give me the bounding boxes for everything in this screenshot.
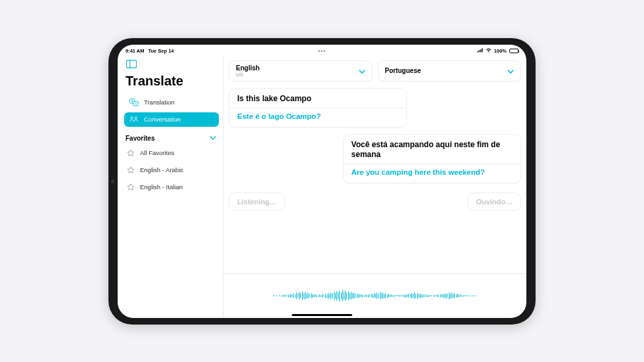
main-content: English US Portuguese Is this la: [223, 57, 526, 318]
chevron-down-icon: [210, 135, 216, 142]
waveform-icon: [273, 288, 476, 303]
conversation-bubble[interactable]: Você está acampando aqui neste fim de se…: [343, 134, 521, 183]
star-icon: [127, 183, 135, 191]
bubble-original: Você está acampando aqui neste fim de se…: [352, 140, 513, 160]
multitask-dots-icon[interactable]: •••: [318, 48, 326, 55]
conversation-bubble[interactable]: Is this lake Ocampo Este é o lago Ocampo…: [229, 88, 407, 127]
sidebar-item-conversation[interactable]: Conversation: [124, 112, 219, 127]
source-language-selector[interactable]: English US: [229, 60, 373, 81]
app-title: Translate: [126, 74, 219, 89]
star-icon: [127, 149, 135, 157]
conversation-icon: [129, 116, 139, 124]
status-bar: 9:41 AM Tue Sep 14 ••• 100%: [118, 45, 526, 57]
favorite-label: English - Italian: [140, 183, 183, 191]
chevron-down-icon: [359, 65, 365, 77]
camera-dot: [111, 179, 114, 183]
svg-rect-0: [126, 60, 136, 68]
wifi-icon: [486, 48, 492, 54]
favorite-item[interactable]: All Favorites: [124, 146, 219, 160]
source-language-name: English: [236, 64, 260, 72]
bubble-divider: [344, 164, 520, 164]
chevron-down-icon: [507, 65, 514, 77]
listening-indicator-right: Ouvindo…: [467, 192, 521, 211]
favorite-item[interactable]: English - Arabic: [124, 163, 219, 177]
sidebar-toggle-icon[interactable]: [126, 59, 137, 70]
ipad-frame: 9:41 AM Tue Sep 14 ••• 100% Transla: [108, 38, 536, 325]
sidebar-item-label: Translation: [144, 99, 175, 106]
home-indicator[interactable]: [292, 314, 352, 316]
svg-point-6: [131, 116, 133, 118]
waveform-area: [223, 273, 526, 318]
status-time: 9:41 AM: [126, 48, 144, 54]
sidebar-item-translation[interactable]: A文 Translation: [124, 95, 219, 110]
signal-icon: [477, 48, 483, 54]
sidebar: Translate A文 Translation Conversation Fa…: [118, 57, 223, 318]
target-language-selector[interactable]: Portuguese: [378, 60, 522, 81]
battery-percent: 100%: [494, 48, 507, 54]
target-language-name: Portuguese: [385, 67, 421, 74]
listening-indicator-left: Listening…: [229, 192, 285, 211]
favorites-title: Favorites: [126, 135, 154, 142]
sidebar-item-label: Conversation: [144, 116, 181, 123]
svg-text:文: 文: [135, 102, 137, 105]
bubble-translated: Are you camping here this weekend?: [352, 168, 513, 177]
status-date: Tue Sep 14: [148, 48, 173, 54]
favorite-label: All Favorites: [140, 149, 174, 156]
screen: 9:41 AM Tue Sep 14 ••• 100% Transla: [118, 45, 526, 318]
svg-point-7: [135, 116, 137, 118]
bubble-original: Is this lake Ocampo: [237, 94, 398, 104]
favorite-item[interactable]: English - Italian: [124, 180, 219, 194]
translation-icon: A文: [129, 99, 139, 106]
battery-icon: [509, 49, 518, 53]
favorites-header[interactable]: Favorites: [124, 132, 219, 143]
bubble-translated: Este é o lago Ocampo?: [237, 112, 398, 121]
star-icon: [127, 166, 135, 174]
svg-text:A: A: [131, 99, 133, 102]
bubble-divider: [229, 108, 406, 108]
favorite-label: English - Arabic: [140, 166, 183, 173]
source-language-region: US: [236, 72, 260, 78]
